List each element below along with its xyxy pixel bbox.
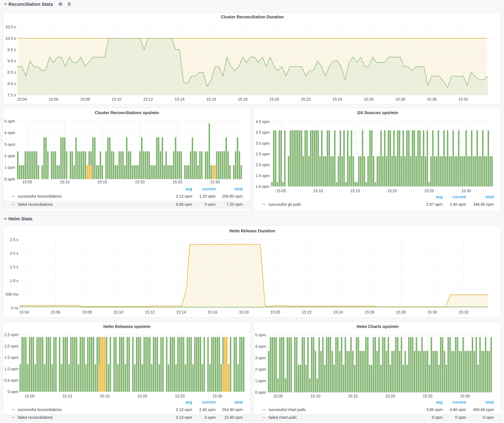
svg-text:1 opm: 1 opm [255,379,266,383]
svg-text:15:05: 15:05 [22,180,32,184]
svg-text:15:30: 15:30 [460,394,470,398]
svg-text:avg: avg [186,400,192,404]
svg-text:0.13 opm: 0.13 opm [176,415,192,420]
svg-text:15:22: 15:22 [301,97,311,101]
svg-text:5 opm: 5 opm [255,333,266,337]
svg-text:15:28: 15:28 [395,97,405,101]
svg-text:15:20: 15:20 [387,189,397,193]
svg-text:4 opm: 4 opm [4,130,15,135]
svg-text:15:16: 15:16 [208,310,217,314]
svg-text:15:15: 15:15 [348,394,358,398]
svg-text:2.0 opm: 2.0 opm [256,163,270,167]
svg-text:1.5 s: 1.5 s [10,265,18,269]
svg-text:15:12: 15:12 [143,97,153,101]
svg-text:4.80 opm: 4.80 opm [450,407,466,412]
svg-text:15:20: 15:20 [270,310,280,314]
svg-text:failed reconciliations: failed reconciliations [18,202,53,206]
svg-text:successful reconciliations: successful reconciliations [18,194,62,198]
svg-text:avg: avg [436,195,443,199]
svg-text:2.10 opm: 2.10 opm [176,407,192,412]
svg-text:0 opm: 0 opm [255,390,266,394]
svg-text:0 opm: 0 opm [455,415,466,420]
svg-text:2.40 opm: 2.40 opm [199,407,216,412]
svg-text:1.0 s: 1.0 s [10,278,18,283]
svg-text:current: current [453,195,466,199]
svg-text:15:10: 15:10 [112,97,121,101]
svg-text:8.0 s: 8.0 s [7,82,16,86]
svg-text:254.40 opm: 254.40 opm [222,407,243,412]
svg-text:15:20: 15:20 [269,97,279,101]
svg-text:15:06: 15:06 [49,97,59,101]
svg-text:avg: avg [436,400,443,404]
svg-text:3.5 opm: 3.5 opm [256,130,270,135]
svg-text:15:18: 15:18 [239,310,249,314]
svg-text:15:04: 15:04 [17,97,27,101]
svg-text:1.5 opm: 1.5 opm [4,355,18,360]
svg-text:15:08: 15:08 [82,310,92,314]
svg-text:9.0 s: 9.0 s [7,59,16,63]
svg-text:346.80 opm: 346.80 opm [473,202,494,206]
svg-text:2.40 opm: 2.40 opm [450,202,466,206]
svg-text:7.20 opm: 7.20 opm [227,202,243,206]
svg-text:2.0 s: 2.0 s [10,251,18,255]
svg-text:15:10: 15:10 [60,180,70,184]
svg-text:15:10: 15:10 [62,394,72,398]
svg-text:15:24: 15:24 [332,97,342,101]
svg-text:0 opm: 0 opm [4,177,15,181]
svg-text:15:25: 15:25 [423,394,433,398]
svg-text:current: current [202,400,216,404]
svg-text:5 opm: 5 opm [4,119,15,123]
svg-text:Cluster Reconciliations ops/mi: Cluster Reconciliations ops/min [95,110,159,115]
svg-text:15:26: 15:26 [364,97,374,101]
svg-text:15:12: 15:12 [145,310,155,314]
svg-text:Helm Charts ops/min: Helm Charts ops/min [357,324,399,329]
svg-text:2.12 opm: 2.12 opm [176,194,192,198]
svg-text:1.0 opm: 1.0 opm [256,184,270,189]
svg-text:256.80 opm: 256.80 opm [222,194,243,198]
svg-text:15:25: 15:25 [175,394,185,398]
svg-text:15:24: 15:24 [333,310,343,314]
svg-text:1.5 opm: 1.5 opm [256,174,270,178]
svg-text:465.60 opm: 465.60 opm [473,407,494,412]
svg-text:15:30: 15:30 [427,97,437,101]
svg-text:0 opm: 0 opm [432,415,443,420]
svg-text:9.5 s: 9.5 s [7,47,16,52]
svg-text:15:18: 15:18 [238,97,248,101]
svg-text:successful chart pulls: successful chart pulls [269,407,306,412]
svg-text:Helm Release Duration: Helm Release Duration [229,229,275,233]
svg-text:15:05: 15:05 [276,189,286,193]
svg-text:10.5 s: 10.5 s [5,25,16,29]
svg-text:1 opm: 1 opm [4,165,15,170]
svg-text:total: total [486,400,494,404]
svg-text:15:14: 15:14 [176,310,186,314]
svg-text:total: total [234,400,243,404]
svg-text:3 opm: 3 opm [4,142,15,147]
svg-text:8.5 s: 8.5 s [7,70,16,74]
svg-text:failed reconciliations: failed reconciliations [18,415,53,420]
svg-text:15:20: 15:20 [385,394,395,398]
svg-text:Cluster Reconciliation Duratio: Cluster Reconciliation Duration [221,15,284,19]
svg-text:2.5 opm: 2.5 opm [256,152,270,156]
svg-text:failed chart pulls: failed chart pulls [269,415,297,420]
svg-text:current: current [202,187,216,191]
svg-text:1.0 opm: 1.0 opm [4,367,18,371]
svg-text:0 opm: 0 opm [205,415,216,420]
svg-text:0 ns: 0 ns [11,306,18,310]
svg-text:500 ms: 500 ms [6,292,18,296]
svg-text:15:30: 15:30 [210,180,220,184]
svg-text:2 opm: 2 opm [255,367,266,371]
svg-text:15:28: 15:28 [396,310,406,314]
svg-text:15.60 opm: 15.60 opm [224,415,243,420]
svg-text:15:05: 15:05 [273,394,283,398]
svg-text:0 opm: 0 opm [8,389,18,394]
svg-text:4.0 opm: 4.0 opm [256,119,270,124]
svg-text:15:30: 15:30 [213,394,222,398]
svg-text:2 opm: 2 opm [4,154,15,158]
svg-text:15:16: 15:16 [206,97,216,101]
svg-text:15:08: 15:08 [80,97,90,101]
svg-text:1.20 opm: 1.20 opm [199,194,216,198]
svg-text:15:14: 15:14 [175,97,185,101]
svg-text:15:10: 15:10 [114,310,123,314]
svg-text:15:30: 15:30 [461,189,471,193]
svg-text:3 opm: 3 opm [255,356,266,360]
